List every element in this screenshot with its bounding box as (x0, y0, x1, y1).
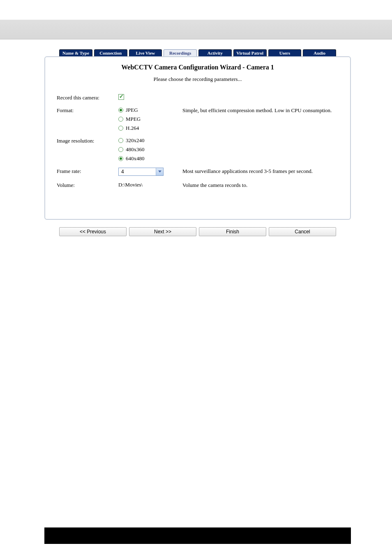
radio-320x240[interactable]: 320x240 (118, 137, 176, 144)
tab-virtual-patrol[interactable]: Virtual Patrol (233, 49, 267, 57)
radio-dot-icon (118, 156, 123, 161)
framerate-desc: Most surveillance applications record 3-… (176, 168, 339, 175)
row-framerate: Frame rate: 4 Most surveillance applicat… (57, 168, 339, 176)
radio-mpeg[interactable]: MPEG (118, 116, 176, 122)
bottom-bar (44, 527, 351, 544)
main-panel: Name & Type Connection Live View Recordi… (44, 49, 351, 236)
radio-320-label: 320x240 (126, 137, 145, 144)
radio-640-label: 640x480 (126, 155, 145, 162)
wizard-subtitle: Please choose the recording parameters..… (57, 76, 339, 83)
tab-connection[interactable]: Connection (94, 49, 127, 57)
previous-button[interactable]: << Previous (59, 227, 127, 236)
row-resolution: Image resolution: 320x240 480x360 640x48… (57, 137, 339, 162)
top-bar (0, 20, 392, 39)
finish-button[interactable]: Finish (199, 227, 266, 236)
tab-row: Name & Type Connection Live View Recordi… (44, 49, 351, 57)
radio-h264[interactable]: H.264 (118, 125, 176, 131)
format-desc: Simple, but efficient compression method… (176, 107, 339, 114)
wizard-body: WebCCTV Camera Configuration Wizard - Ca… (44, 56, 351, 220)
radio-h264-label: H.264 (126, 125, 139, 131)
wizard-title: WebCCTV Camera Configuration Wizard - Ca… (57, 64, 339, 71)
next-button[interactable]: Next >> (129, 227, 196, 236)
label-record: Record this camera: (57, 94, 118, 101)
tab-activity[interactable]: Activity (198, 49, 232, 57)
tab-users[interactable]: Users (268, 49, 302, 57)
label-framerate: Frame rate: (57, 168, 118, 175)
radio-480-label: 480x360 (126, 146, 145, 153)
button-row: << Previous Next >> Finish Cancel (59, 227, 336, 236)
checkbox-record[interactable] (118, 94, 124, 100)
cancel-button[interactable]: Cancel (269, 227, 336, 236)
tab-audio[interactable]: Audio (303, 49, 336, 57)
tab-live-view[interactable]: Live View (129, 49, 162, 57)
page: Name & Type Connection Live View Recordi… (0, 20, 392, 236)
volume-value: D:\Movies\ (118, 182, 176, 188)
radio-jpeg[interactable]: JPEG (118, 107, 176, 113)
row-format: Format: JPEG MPEG H.264 Simple, b (57, 107, 339, 131)
tab-recordings[interactable]: Recordings (164, 49, 197, 57)
label-format: Format: (57, 107, 118, 114)
row-volume: Volume: D:\Movies\ Volume the camera rec… (57, 182, 339, 189)
framerate-select[interactable]: 4 (118, 168, 164, 176)
radio-dot-icon (118, 147, 123, 152)
label-resolution: Image resolution: (57, 137, 118, 144)
chevron-down-icon (158, 170, 161, 173)
dropdown-button[interactable] (156, 168, 163, 175)
tab-name-type[interactable]: Name & Type (59, 49, 92, 57)
row-record: Record this camera: (57, 94, 339, 101)
radio-640x480[interactable]: 640x480 (118, 155, 176, 162)
radio-480x360[interactable]: 480x360 (118, 146, 176, 153)
svg-marker-0 (158, 170, 161, 173)
radio-jpeg-label: JPEG (126, 107, 138, 113)
radio-dot-icon (118, 138, 123, 143)
label-volume: Volume: (57, 182, 118, 189)
radio-dot-icon (118, 117, 123, 122)
radio-dot-icon (118, 108, 123, 113)
radio-mpeg-label: MPEG (126, 116, 141, 122)
framerate-value: 4 (119, 168, 156, 175)
volume-desc: Volume the camera records to. (176, 182, 339, 189)
radio-dot-icon (118, 126, 123, 131)
